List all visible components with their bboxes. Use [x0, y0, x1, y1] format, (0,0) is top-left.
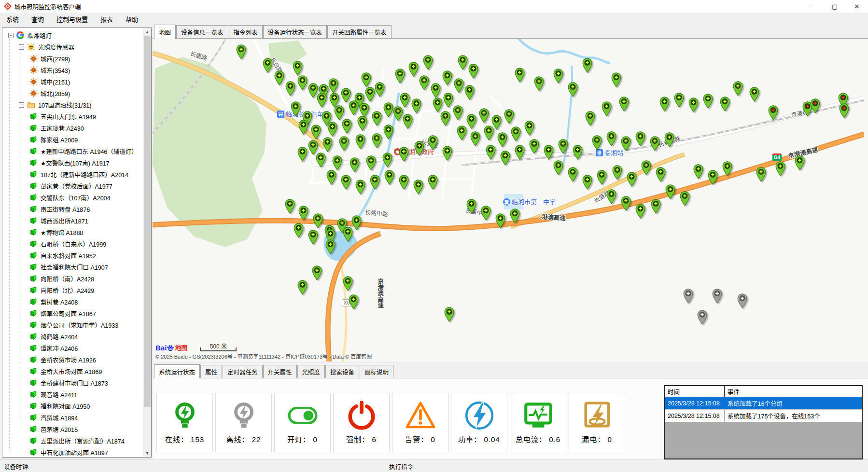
lamp-marker-online[interactable] — [500, 151, 510, 167]
lamp-marker-online[interactable] — [328, 78, 338, 95]
lamp-marker-online[interactable] — [317, 93, 327, 109]
lamp-marker-online[interactable] — [515, 68, 525, 84]
lamp-marker-online[interactable] — [674, 93, 684, 109]
lamp-marker-online[interactable] — [688, 97, 699, 114]
lamp-marker-online[interactable] — [442, 146, 452, 162]
lamp-marker-online[interactable] — [534, 76, 544, 93]
lamp-marker-online[interactable] — [366, 155, 376, 172]
lamp-marker-online[interactable] — [274, 70, 284, 87]
tab-map-0[interactable]: 地图 — [154, 25, 176, 39]
lamp-marker-online[interactable] — [332, 155, 342, 172]
tree-item-1-3[interactable]: ★建新中路路口东 A1946（辅道灯） — [4, 145, 151, 157]
lamp-marker-online[interactable] — [444, 307, 454, 323]
lamp-marker-online[interactable] — [665, 184, 675, 201]
lamp-marker-online[interactable] — [558, 139, 568, 155]
tree-item-1-20[interactable]: 谭家冲 A2406 — [4, 342, 151, 354]
lamp-marker-online[interactable] — [470, 131, 480, 148]
lamp-marker-online[interactable] — [382, 153, 392, 169]
lamp-marker-online[interactable] — [339, 136, 349, 153]
tree-item-1-7[interactable]: 交警队东（107南）A2004 — [4, 192, 151, 203]
lamp-marker-offline[interactable] — [712, 289, 722, 305]
tree-item-0-3[interactable]: 城北(2859) — [4, 87, 151, 99]
lamp-marker-online[interactable] — [775, 161, 785, 178]
lamp-marker-online[interactable] — [619, 97, 629, 113]
lamp-marker-online[interactable] — [481, 206, 491, 222]
lamp-marker-online[interactable] — [298, 206, 308, 222]
expand-collapse-icon[interactable]: − — [19, 102, 24, 108]
lamp-marker-online[interactable] — [635, 204, 645, 220]
lamp-marker-online[interactable] — [466, 199, 476, 215]
tree-item-1-22[interactable]: 金桥大市场对面 A1869 — [4, 365, 151, 377]
lamp-marker-online[interactable] — [349, 294, 359, 311]
lamp-marker-online[interactable] — [515, 145, 525, 161]
lamp-marker-online[interactable] — [399, 175, 409, 191]
menu-item-2[interactable]: 控制与设置 — [50, 13, 94, 26]
lamp-marker-online[interactable] — [349, 100, 359, 117]
lamp-marker-online[interactable] — [612, 165, 622, 181]
lamp-marker-offline[interactable] — [683, 289, 693, 305]
lamp-marker-online[interactable] — [592, 135, 602, 152]
lamp-marker-online[interactable] — [372, 111, 382, 127]
lamp-marker-online[interactable] — [606, 189, 616, 206]
tree-item-1-24[interactable]: 观音路 A2411 — [4, 389, 151, 400]
tab-map-4[interactable]: 开关回路属性一览表 — [327, 25, 392, 39]
tree-item-1-2[interactable]: 陈家组 A2009 — [4, 134, 151, 145]
tree-item-1-14[interactable]: 向阳桥（南）A2428 — [4, 273, 151, 284]
event-log-row[interactable]: 2025/3/28 12:15:08系统加载了16个分组 — [665, 397, 862, 410]
lamp-marker-online[interactable] — [419, 75, 429, 92]
tree-item-1-19[interactable]: 鸿鹤路 A2404 — [4, 331, 151, 342]
tree-item-1-21[interactable]: 金桥农贸市场 A1926 — [4, 354, 151, 365]
lamp-marker-online[interactable] — [693, 164, 703, 180]
lamp-marker-online[interactable] — [370, 175, 380, 191]
tree-item-0-0[interactable]: 城西(2799) — [4, 53, 151, 64]
lamp-marker-online[interactable] — [316, 153, 326, 169]
tree-item-1-0[interactable]: 五尖山大门东 A1949 — [4, 111, 151, 122]
lamp-marker-online[interactable] — [431, 83, 441, 99]
menu-item-3[interactable]: 报表 — [94, 13, 119, 26]
lamp-marker-online[interactable] — [484, 125, 494, 142]
lamp-marker-online[interactable] — [428, 135, 438, 152]
event-log-row[interactable]: 2025/3/28 12:15:08系统加载了175个设备，在线153个 — [665, 410, 862, 422]
lamp-marker-online[interactable] — [298, 120, 308, 136]
tree-item-0-2[interactable]: 城中(2151) — [4, 76, 151, 87]
tree-root[interactable]: −临湘路灯 — [4, 29, 151, 41]
lamp-marker-online[interactable] — [453, 105, 463, 122]
lamp-marker-online[interactable] — [756, 167, 766, 183]
lamp-marker-online[interactable] — [722, 161, 732, 178]
tree-item-1-9[interactable]: 城西派出所A1871 — [4, 215, 151, 226]
lamp-marker-online[interactable] — [312, 265, 322, 282]
lamp-marker-online[interactable] — [428, 175, 438, 191]
lamp-marker-online[interactable] — [351, 215, 362, 232]
lamp-marker-online[interactable] — [408, 62, 419, 78]
tree-item-1-25[interactable]: 福利院对面 A1950 — [4, 400, 151, 412]
lamp-marker-online[interactable] — [297, 75, 308, 92]
lamp-marker-online[interactable] — [553, 160, 563, 177]
tree-scrollbar[interactable]: ▲ ▼ — [143, 28, 151, 457]
tree-item-0-1[interactable]: 城东(3543) — [4, 64, 151, 76]
lamp-marker-online[interactable] — [400, 93, 410, 109]
lamp-marker-online[interactable] — [293, 61, 303, 77]
lamp-marker-online[interactable] — [403, 114, 413, 130]
lamp-marker-online[interactable] — [341, 175, 351, 191]
lamp-marker-online[interactable] — [524, 121, 534, 137]
lamp-marker-online[interactable] — [573, 145, 583, 161]
lamp-marker-online[interactable] — [611, 72, 621, 89]
scroll-up-icon[interactable]: ▲ — [143, 28, 151, 36]
tree-item-1-26[interactable]: 汽贸城 A1894 — [4, 412, 151, 423]
tree-item-1-29[interactable]: 中石化加油站对面 A1897 — [4, 446, 151, 458]
lamp-marker-online[interactable] — [458, 55, 468, 71]
lamp-marker-online[interactable] — [529, 139, 539, 155]
tab-bottom-5[interactable]: 搜索设备 — [325, 365, 359, 378]
tab-bottom-0[interactable]: 系统运行状态 — [154, 364, 200, 378]
lamp-marker-online[interactable] — [795, 155, 805, 172]
lamp-marker-online[interactable] — [635, 131, 645, 148]
lamp-marker-online[interactable] — [411, 98, 421, 115]
lamp-marker-online[interactable] — [582, 175, 592, 191]
lamp-marker-online[interactable] — [568, 82, 578, 98]
lamp-marker-online[interactable] — [297, 147, 308, 163]
lamp-marker-online[interactable] — [443, 93, 453, 109]
lamp-marker-online[interactable] — [322, 137, 333, 153]
lamp-marker-offline[interactable] — [697, 310, 707, 326]
lamp-marker-online[interactable] — [659, 97, 670, 113]
lamp-marker-online[interactable] — [414, 141, 424, 157]
